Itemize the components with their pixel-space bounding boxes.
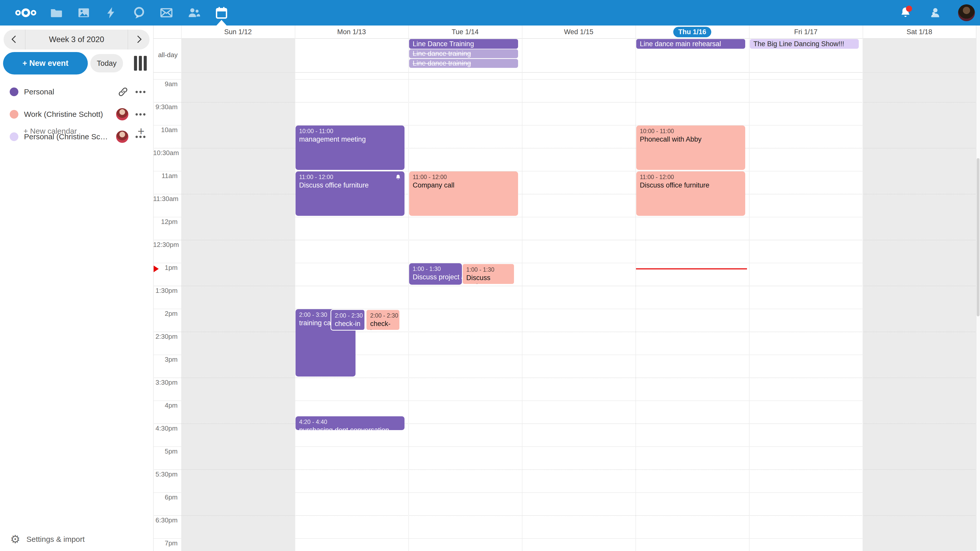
time-label: 3:30pm	[153, 379, 178, 386]
event-management-meeting[interactable]: 10:00 - 11:00management meeting	[296, 125, 404, 170]
event-check-in[interactable]: 2:00 - 2:30check-in	[366, 309, 400, 330]
scrollbar-thumb[interactable]	[977, 158, 980, 316]
chevron-right-icon	[133, 33, 145, 46]
event-discuss-project-announcement[interactable]: 1:00 - 1:30Discuss project announcement	[409, 263, 462, 285]
event-discuss-office-furniture[interactable]: 11:00 - 12:00Discuss office furniture	[636, 171, 745, 216]
event-purchasing-dept-conversation[interactable]: 4:20 - 4:40purchasing dept conversation	[296, 416, 404, 430]
half-hour-line	[153, 286, 977, 286]
app-mail[interactable]	[153, 0, 180, 25]
event-discuss-project-announcement[interactable]: 1:00 - 1:30Discuss project announcement	[462, 263, 515, 285]
calendar-color-dot	[10, 87, 18, 96]
day-header-tue-1-14[interactable]: Tue 1/14	[408, 25, 522, 38]
weekend-column-shading	[181, 38, 295, 551]
app-nextcloud-logo[interactable]	[9, 0, 42, 25]
day-header-sun-1-12[interactable]: Sun 1/12	[181, 25, 295, 38]
today-button[interactable]: Today	[90, 54, 123, 73]
hour-line	[153, 263, 977, 263]
event-title: Discuss office furniture	[299, 181, 401, 190]
half-hour-line	[153, 469, 977, 470]
time-label: 11:30am	[153, 195, 178, 203]
event-time: 11:00 - 12:00	[640, 173, 741, 181]
scrollbar[interactable]	[976, 25, 980, 551]
hour-line	[153, 79, 977, 79]
event-title: check-in	[370, 320, 396, 330]
notifications-button[interactable]	[895, 0, 916, 25]
talk-icon	[132, 6, 145, 19]
files-icon	[49, 6, 63, 19]
sidebar: Week 3 of 2020 + New event Today Persona…	[0, 25, 153, 551]
time-label: 3pm	[153, 356, 178, 364]
time-label: 1:30pm	[153, 287, 178, 295]
event-time: 1:00 - 1:30	[466, 266, 511, 274]
day-header-fri-1-17[interactable]: Fri 1/17	[749, 25, 862, 38]
half-hour-line	[153, 332, 977, 332]
app-photos[interactable]	[70, 0, 97, 25]
app-calendar[interactable]	[208, 0, 235, 25]
day-header-sat-1-18[interactable]: Sat 1/18	[862, 25, 976, 38]
settings-button[interactable]: ⚙ Settings & import	[10, 534, 85, 545]
new-calendar-label: + New calendar	[24, 127, 138, 135]
event-phonecall-with-abby[interactable]: 10:00 - 11:00Phonecall with Abby	[636, 125, 745, 170]
half-hour-line	[153, 102, 977, 103]
allday-event-the-big-line-dancing-show[interactable]: The Big Line Dancing Show!!!	[750, 39, 859, 49]
gear-icon: ⚙	[10, 534, 20, 545]
calendar-item-work-christine-schott[interactable]: Work (Christine Schott)	[0, 103, 153, 125]
allday-event-line-dance-training[interactable]: Line dance training	[409, 59, 518, 68]
week-label[interactable]: Week 3 of 2020	[25, 30, 127, 49]
hour-line	[153, 171, 977, 171]
calendar-item-personal[interactable]: Personal	[0, 81, 153, 103]
event-title: Discuss project announcement	[466, 274, 511, 285]
allday-event-line-dance-main-rehearsal[interactable]: Line dance main rehearsal	[636, 39, 745, 49]
time-label: 11am	[153, 172, 178, 180]
new-calendar-button[interactable]: + New calendar +	[0, 123, 153, 139]
allday-label: all-day	[153, 51, 178, 59]
day-header-divider	[153, 38, 980, 39]
calendar-actions-menu[interactable]	[135, 91, 145, 93]
app-contacts[interactable]	[180, 0, 208, 25]
view-switcher-button[interactable]	[132, 55, 148, 72]
alarm-bell-icon	[395, 174, 401, 182]
event-company-call[interactable]: 11:00 - 12:00Company call	[409, 171, 518, 216]
share-link-icon[interactable]	[118, 86, 128, 97]
half-hour-line	[153, 194, 977, 194]
day-header-wed-1-15[interactable]: Wed 1/15	[522, 25, 635, 38]
calendar-actions-menu[interactable]	[135, 113, 145, 116]
column-divider	[749, 25, 749, 551]
half-hour-line	[153, 424, 977, 424]
event-time: 11:00 - 12:00	[413, 173, 514, 181]
event-time: 4:20 - 4:40	[299, 418, 401, 426]
allday-divider	[153, 72, 980, 73]
contacts-menu-button[interactable]	[926, 0, 948, 25]
previous-week-button[interactable]	[3, 30, 25, 49]
day-header-mon-1-13[interactable]: Mon 1/13	[295, 25, 408, 38]
event-discuss-office-furniture[interactable]: 11:00 - 12:00Discuss office furniture	[296, 171, 404, 216]
today-pill: Thu 1/16	[673, 27, 711, 37]
user-avatar[interactable]	[958, 4, 975, 21]
allday-event-line-dance-training[interactable]: Line dance training	[409, 49, 518, 58]
allday-event-line-dance-training[interactable]: Line Dance Training	[409, 39, 518, 49]
column-divider	[295, 25, 295, 551]
contacts-icon	[187, 6, 201, 20]
time-label: 10:30am	[153, 149, 178, 157]
event-title: Phonecall with Abby	[640, 135, 741, 144]
event-time: 2:00 - 2:30	[335, 312, 361, 320]
day-header-thu-1-16[interactable]: Thu 1/16	[635, 25, 749, 38]
event-time: 1:00 - 1:30	[413, 265, 458, 273]
current-time-line	[636, 268, 747, 269]
nextcloud-logo-icon	[14, 7, 37, 18]
calendar-icon	[215, 6, 228, 19]
event-title: Company call	[413, 181, 514, 190]
time-label: 7pm	[153, 539, 178, 547]
app-talk[interactable]	[125, 0, 153, 25]
event-check-in[interactable]: 2:00 - 2:30check-in	[331, 309, 366, 330]
week-switcher: Week 3 of 2020	[3, 30, 150, 49]
event-title: check-in	[335, 320, 361, 328]
next-week-button[interactable]	[127, 30, 150, 49]
app-activity[interactable]	[97, 0, 125, 25]
event-time: 2:00 - 2:30	[370, 312, 396, 320]
hour-line	[153, 217, 977, 218]
new-event-button[interactable]: + New event	[3, 52, 88, 75]
calendar-color-dot	[10, 110, 18, 119]
chevron-left-icon	[8, 33, 20, 46]
app-files[interactable]	[42, 0, 70, 25]
